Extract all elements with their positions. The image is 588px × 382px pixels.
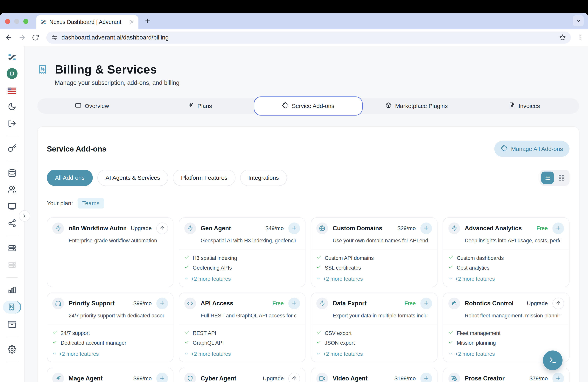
section-title: Service Add-ons xyxy=(47,145,106,153)
add-addon-button[interactable] xyxy=(288,223,300,234)
grid-view-button[interactable] xyxy=(555,171,568,184)
add-addon-button[interactable] xyxy=(420,297,432,309)
manage-all-addons-button[interactable]: Manage All Add-ons xyxy=(494,141,569,157)
desktop-icon[interactable] xyxy=(6,201,18,212)
addon-cards-grid: n8n Workflow Automatio...UpgradeEnterpri… xyxy=(47,217,569,382)
zap-icon xyxy=(184,223,196,234)
more-features-link[interactable]: +2 more features xyxy=(184,351,300,357)
list-view-button[interactable] xyxy=(541,171,554,184)
app-logo-icon[interactable] xyxy=(6,51,18,63)
view-mode-toggle xyxy=(540,170,569,186)
bookmark-star-icon[interactable] xyxy=(559,34,566,41)
addon-description: Export your data in multiple formats inc… xyxy=(333,313,428,319)
addon-card-custom-domains: Custom Domains$29/moUse your own domain … xyxy=(311,217,438,287)
chevron-down-icon xyxy=(448,351,453,357)
plan-row: Your plan: Teams xyxy=(47,198,569,209)
forward-button[interactable] xyxy=(18,34,26,42)
tab-overview[interactable]: Overview xyxy=(38,98,146,114)
card-header: Robotics ControlUpgradeRobot fleet manag… xyxy=(443,293,569,319)
connections-icon[interactable] xyxy=(6,217,18,229)
tab-marketplace-plugins[interactable]: Marketplace Plugins xyxy=(363,98,470,114)
tab-search-chevron-icon[interactable] xyxy=(573,15,584,26)
database-icon[interactable] xyxy=(6,167,18,179)
addon-description: Enterprise-grade workflow automation xyxy=(69,238,164,244)
browser-tab[interactable]: Nexus Dashboard | Adverant xyxy=(36,15,138,29)
more-features-link[interactable]: +2 more features xyxy=(52,351,168,357)
add-addon-button[interactable] xyxy=(420,223,432,234)
billing-icon[interactable] xyxy=(3,301,21,314)
card-header: Cyber AgentUpgradeAI-Powered Penetration… xyxy=(179,368,305,382)
team-icon[interactable] xyxy=(6,184,18,196)
add-addon-button[interactable] xyxy=(552,373,564,382)
upgrade-addon-button[interactable] xyxy=(552,297,564,309)
window-close-button[interactable] xyxy=(5,19,10,24)
logout-button-icon[interactable] xyxy=(6,117,18,129)
add-addon-button[interactable] xyxy=(288,297,300,309)
site-settings-icon[interactable] xyxy=(51,34,58,41)
tab-close-icon[interactable] xyxy=(129,20,134,24)
analytics-icon[interactable] xyxy=(6,284,18,296)
add-addon-button[interactable] xyxy=(552,223,564,234)
settings-icon[interactable] xyxy=(6,343,18,355)
more-features-link[interactable]: +2 more features xyxy=(448,276,564,282)
dark-mode-toggle-icon[interactable] xyxy=(6,101,18,112)
language-us-flag-icon[interactable] xyxy=(6,84,18,96)
page-title: Billing & Services xyxy=(55,63,179,76)
api-keys-icon[interactable] xyxy=(6,142,18,154)
servers-icon[interactable] xyxy=(6,242,18,254)
plan-badge[interactable]: Teams xyxy=(78,198,104,209)
tab-service-add-ons[interactable]: Service Add-ons xyxy=(254,96,363,116)
window-maximize-button[interactable] xyxy=(23,19,28,24)
addon-description: 24/7 priority support with dedicated acc… xyxy=(69,313,164,319)
inventory-icon[interactable] xyxy=(6,318,18,330)
plus-icon xyxy=(555,375,561,382)
addon-description: Full REST and GraphQL API access for cus… xyxy=(201,313,296,319)
terminal-fab-button[interactable] xyxy=(543,350,563,370)
browser-menu-icon[interactable] xyxy=(577,34,583,41)
filter-chip-platform-features[interactable]: Platform Features xyxy=(173,170,235,186)
more-features-link[interactable]: +2 more features xyxy=(184,276,300,282)
feature-item: SSL certificates xyxy=(316,265,432,271)
package-icon xyxy=(385,102,392,110)
addon-card-video-agent: Video Agent$199/moAI Video Processing wi… xyxy=(311,368,438,382)
filter-chip-integrations[interactable]: Integrations xyxy=(240,170,287,186)
addon-title: Video Agent xyxy=(333,375,390,382)
addon-price: Free xyxy=(404,300,416,307)
plan-label: Your plan: xyxy=(47,200,73,207)
filter-chip-ai-agents-services[interactable]: AI Agents & Services xyxy=(97,170,168,186)
filter-chip-all-add-ons[interactable]: All Add-ons xyxy=(47,170,93,186)
plus-icon xyxy=(291,300,297,307)
feature-item: Geofencing APIs xyxy=(184,265,300,271)
addon-card-n8n-workflow-automatio: n8n Workflow Automatio...UpgradeEnterpri… xyxy=(47,217,173,287)
address-bar[interactable]: dashboard.adverant.ai/dashboard/billing xyxy=(46,32,571,43)
plus-icon xyxy=(555,225,561,232)
feature-list: Custom API domainsSSL certificates+2 mor… xyxy=(311,250,437,287)
more-features-link[interactable]: +2 more features xyxy=(316,351,432,357)
addon-title: Data Export xyxy=(333,300,400,307)
terminal-icon xyxy=(549,356,557,365)
browser-toolbar: dashboard.adverant.ai/dashboard/billing xyxy=(0,29,588,46)
upgrade-addon-button[interactable] xyxy=(288,373,300,382)
sidebar-divider xyxy=(6,277,18,278)
add-addon-button[interactable] xyxy=(156,373,168,382)
servers-secondary-icon[interactable] xyxy=(6,259,18,271)
add-addon-button[interactable] xyxy=(156,297,168,309)
url-text[interactable]: dashboard.adverant.ai/dashboard/billing xyxy=(62,34,555,41)
addon-title: API Access xyxy=(201,300,268,307)
more-features-link[interactable]: +2 more features xyxy=(316,276,432,282)
tab-label: Overview xyxy=(85,103,109,109)
sidebar-expand-button[interactable] xyxy=(19,210,30,222)
tab-plans[interactable]: Plans xyxy=(146,98,253,114)
user-avatar[interactable]: D xyxy=(7,68,18,79)
addon-price: $49/mo xyxy=(266,225,284,232)
credit-card-icon xyxy=(75,102,81,110)
window-minimize-button[interactable] xyxy=(14,19,19,24)
tab-label: Service Add-ons xyxy=(292,103,334,109)
upgrade-addon-button[interactable] xyxy=(156,223,168,234)
tab-invoices[interactable]: Invoices xyxy=(471,98,578,114)
back-button[interactable] xyxy=(5,34,12,42)
new-tab-button[interactable] xyxy=(144,18,151,24)
sidebar-divider xyxy=(6,236,18,236)
reload-button[interactable] xyxy=(32,34,39,41)
add-addon-button[interactable] xyxy=(420,373,432,382)
